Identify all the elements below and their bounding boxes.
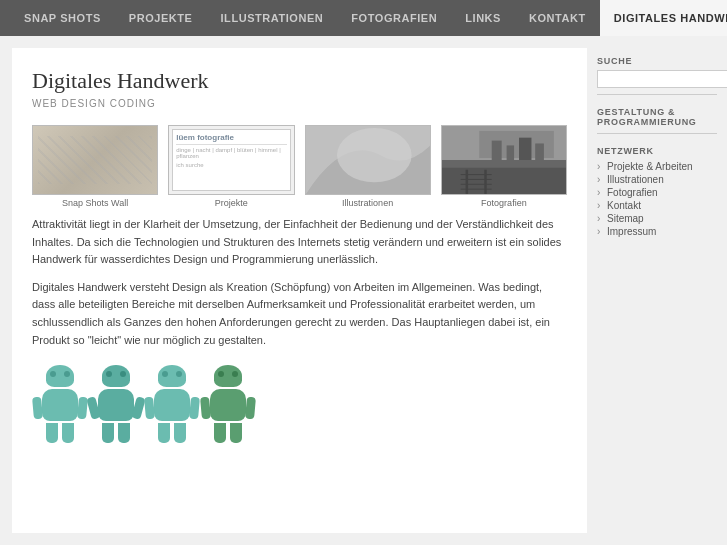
nav-fotografien[interactable]: FOTOGRAFIEN xyxy=(337,12,451,24)
thumb-fotografien-image xyxy=(441,125,567,195)
robot-4 xyxy=(210,365,246,443)
content-area: Digitales Handwerk WEB DESIGN CODING Sna… xyxy=(12,48,587,533)
projekte-thumb-title: lüem fotografie xyxy=(176,133,286,145)
sidebar-link-fotografien[interactable]: Fotografien xyxy=(597,186,717,199)
search-input[interactable] xyxy=(597,70,727,88)
robot-3 xyxy=(154,365,190,443)
svg-rect-16 xyxy=(535,143,544,160)
sidebar-link-sitemap[interactable]: Sitemap xyxy=(597,212,717,225)
projekte-thumb-nav: ich surche xyxy=(176,162,286,168)
projekte-thumb-sub: dinge | nacht | dampf | blüten | himmel … xyxy=(176,147,286,159)
sidebar: SUCHE GO GESTALTUNG & PROGRAMMIERUNG NET… xyxy=(587,36,727,545)
sidebar-section-netzwerk: NETZWERK xyxy=(597,146,717,156)
sidebar-link-projekte[interactable]: Projekte & Arbeiten xyxy=(597,160,717,173)
nav-snap-shots[interactable]: SNAP SHOTS xyxy=(10,12,115,24)
nav-links[interactable]: LINKS xyxy=(451,12,515,24)
sidebar-link-impressum[interactable]: Impressum xyxy=(597,225,717,238)
sidebar-link-kontakt[interactable]: Kontakt xyxy=(597,199,717,212)
sidebar-divider-2 xyxy=(597,133,717,134)
paragraph-1: Attraktivität liegt in der Klarheit der … xyxy=(32,216,567,269)
thumb-illustrationen-image xyxy=(305,125,431,195)
robot-2 xyxy=(98,365,134,443)
svg-rect-14 xyxy=(506,145,513,160)
nav-projekte[interactable]: PROJEKTE xyxy=(115,12,207,24)
nav-active-digitales[interactable]: Digitales Handwerk xyxy=(600,0,727,36)
thumb-snapshots[interactable]: Snap Shots Wall xyxy=(32,125,158,208)
svg-rect-15 xyxy=(519,138,531,160)
thumb-fotografien[interactable]: Fotografien xyxy=(441,125,567,208)
sidebar-section-gestaltung: GESTALTUNG & PROGRAMMIERUNG xyxy=(597,107,717,127)
main-nav: SNAP SHOTS PROJEKTE ILLUSTRATIONEN FOTOG… xyxy=(0,0,727,36)
svg-rect-13 xyxy=(491,141,501,160)
sidebar-search-title: SUCHE xyxy=(597,56,717,66)
robots-row xyxy=(32,365,567,443)
thumb-illustrationen[interactable]: Illustrationen xyxy=(305,125,431,208)
thumb-snapshots-label: Snap Shots Wall xyxy=(62,198,128,208)
thumb-fotografien-label: Fotografien xyxy=(481,198,527,208)
thumb-snapshots-image xyxy=(32,125,158,195)
svg-point-1 xyxy=(337,128,412,182)
paragraph-2: Digitales Handwerk versteht Design als K… xyxy=(32,279,567,349)
page-subtitle: WEB DESIGN CODING xyxy=(32,98,567,109)
robot-1 xyxy=(42,365,78,443)
thumb-illustrationen-label: Illustrationen xyxy=(342,198,393,208)
nav-kontakt[interactable]: KONTAKT xyxy=(515,12,600,24)
thumb-projekte[interactable]: lüem fotografie dinge | nacht | dampf | … xyxy=(168,125,294,208)
svg-rect-4 xyxy=(442,160,566,168)
search-row: GO xyxy=(597,70,717,88)
thumb-projekte-label: Projekte xyxy=(215,198,248,208)
main-wrapper: Digitales Handwerk WEB DESIGN CODING Sna… xyxy=(0,36,727,545)
sidebar-link-illustrationen[interactable]: Illustrationen xyxy=(597,173,717,186)
thumb-projekte-image: lüem fotografie dinge | nacht | dampf | … xyxy=(168,125,294,195)
page-title: Digitales Handwerk xyxy=(32,68,567,94)
sidebar-divider-1 xyxy=(597,94,717,95)
thumbnails-row: Snap Shots Wall lüem fotografie dinge | … xyxy=(32,125,567,208)
nav-illustrationen[interactable]: ILLUSTRATIONEN xyxy=(207,12,338,24)
